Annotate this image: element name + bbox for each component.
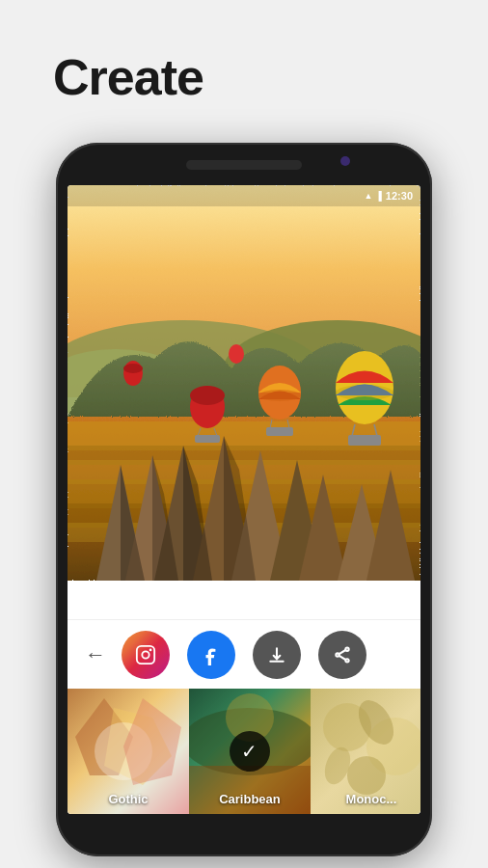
svg-rect-38 xyxy=(348,435,381,446)
back-button[interactable]: ← xyxy=(85,642,106,667)
status-icons: ▲ ▐ xyxy=(365,191,382,201)
filters-row: Gothic xyxy=(68,689,420,814)
filter-gothic[interactable]: Gothic xyxy=(68,689,189,814)
svg-rect-33 xyxy=(266,427,293,436)
filter-caribbean[interactable]: ✓ Caribbean xyxy=(189,689,311,814)
svg-rect-42 xyxy=(137,645,154,663)
filter-monochrome-label: Monoc... xyxy=(311,792,420,806)
instagram-button[interactable] xyxy=(122,631,170,679)
status-bar: ▲ ▐ 12:30 xyxy=(68,185,420,206)
svg-point-30 xyxy=(258,390,301,401)
phone-speaker xyxy=(186,160,302,170)
phone-camera xyxy=(340,156,350,166)
phone-shell: ▲ ▐ 12:30 xyxy=(56,143,432,856)
artwork-area: ▲ ▐ 12:30 xyxy=(68,185,420,581)
action-bar: ← xyxy=(68,619,420,689)
filter-gothic-label: Gothic xyxy=(68,792,189,806)
phone-container: ▲ ▐ 12:30 xyxy=(56,143,432,856)
filter-caribbean-label: Caribbean xyxy=(189,792,311,806)
facebook-button[interactable] xyxy=(187,631,235,679)
svg-rect-28 xyxy=(195,435,220,443)
svg-point-40 xyxy=(123,364,143,373)
svg-point-62 xyxy=(347,756,386,795)
checkmark-circle: ✓ xyxy=(230,731,270,772)
status-time: 12:30 xyxy=(386,190,413,202)
signal-icon: ▲ xyxy=(365,191,373,201)
svg-point-44 xyxy=(149,648,152,651)
svg-point-35 xyxy=(336,385,393,400)
svg-point-43 xyxy=(142,651,149,658)
svg-line-49 xyxy=(339,655,346,659)
phone-screen: ▲ ▐ 12:30 xyxy=(68,185,420,814)
artwork-image xyxy=(68,185,420,581)
svg-point-41 xyxy=(229,344,244,364)
download-button[interactable] xyxy=(253,631,301,679)
page-title: Create xyxy=(53,48,203,106)
battery-icon: ▐ xyxy=(375,191,381,201)
svg-line-48 xyxy=(339,650,346,654)
svg-point-25 xyxy=(190,386,225,405)
share-button[interactable] xyxy=(318,631,366,679)
filter-monochrome[interactable]: Monoc... xyxy=(311,689,420,814)
